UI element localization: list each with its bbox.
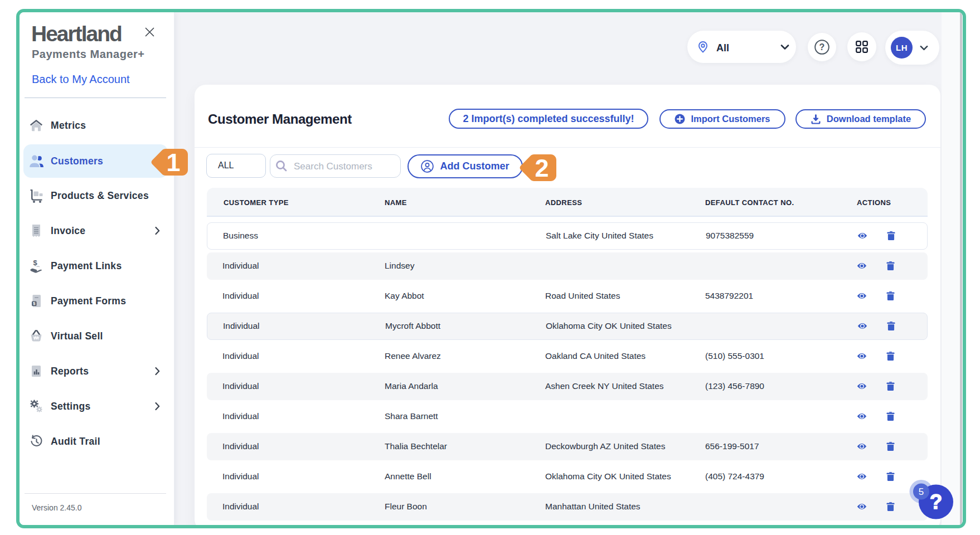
svg-text:1: 1 bbox=[166, 148, 180, 176]
svg-text:$: $ bbox=[33, 301, 36, 306]
svg-text:$: $ bbox=[33, 259, 37, 267]
svg-text:2: 2 bbox=[535, 154, 549, 182]
svg-text:5: 5 bbox=[919, 487, 924, 497]
svg-text:?: ? bbox=[930, 490, 943, 513]
svg-text:?: ? bbox=[819, 42, 825, 52]
